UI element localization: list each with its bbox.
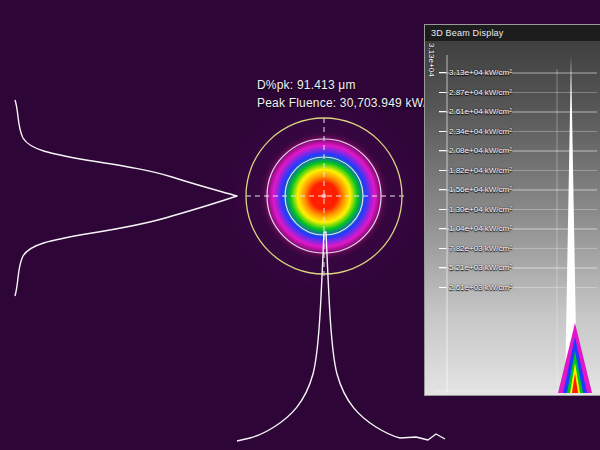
3d-beam-display-title: 3D Beam Display <box>431 28 504 38</box>
dpk-readout: D%pk: 91.413 μm <box>257 78 356 92</box>
3d-beam-display-body: 3.13e+04 3.13e+04 kW/cm² 2.87e+04 kW/cm²… <box>425 41 600 395</box>
3d-plot-canvas <box>425 41 600 395</box>
beam-profiler-screen: D%pk: 91.413 μm Peak Fluence: 30,703.949… <box>0 0 600 450</box>
peak-fluence-readout: Peak Fluence: 30,703.949 kW/cm² <box>257 96 447 110</box>
3d-beam-display-titlebar[interactable]: 3D Beam Display <box>425 25 600 41</box>
3d-beam-display-window: 3D Beam Display 3.13e+04 3.13e+04 kW/cm²… <box>424 24 600 396</box>
x-profile-curve <box>15 100 237 296</box>
